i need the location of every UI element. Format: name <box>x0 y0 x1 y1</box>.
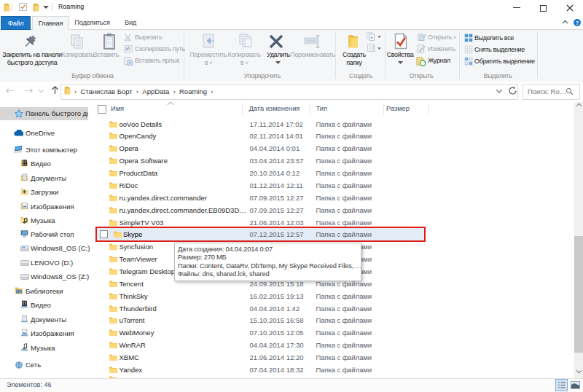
svg-text:?: ? <box>576 20 579 26</box>
